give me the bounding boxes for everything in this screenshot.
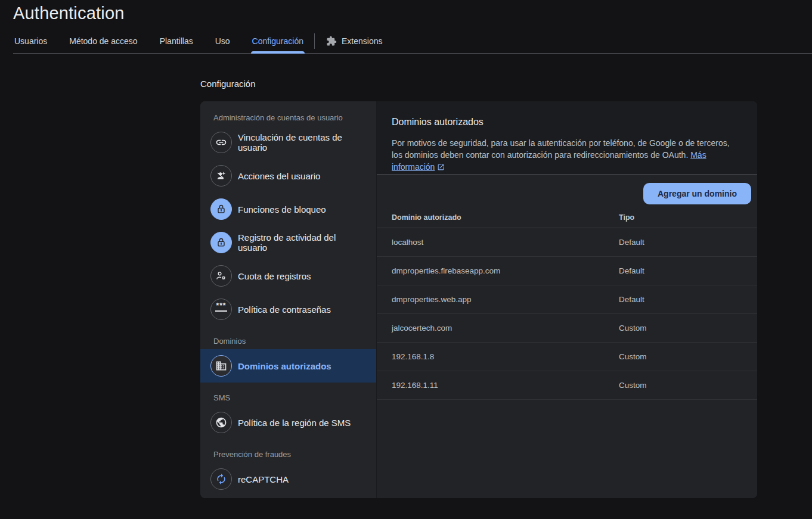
table-row: localhost Default bbox=[377, 228, 757, 257]
table-row: jalcocertech.com Custom bbox=[377, 314, 757, 343]
globe-icon bbox=[210, 412, 232, 433]
sidebar-item-registro-actividad[interactable]: Registro de actividad del usuario bbox=[200, 226, 376, 259]
lock-icon bbox=[210, 198, 232, 220]
tab-extensions-label: Extensions bbox=[342, 36, 382, 46]
panel-title: Dominios autorizados bbox=[392, 117, 742, 128]
tab-usuarios[interactable]: Usuarios bbox=[13, 29, 48, 53]
type-cell: Default bbox=[619, 238, 757, 247]
password-icon: *** bbox=[210, 299, 232, 320]
sidebar-item-funciones-bloqueo[interactable]: Funciones de bloqueo bbox=[200, 192, 376, 226]
link-icon bbox=[210, 132, 232, 153]
sidebar-item-vinculacion-cuentas[interactable]: Vinculación de cuentas de usuario bbox=[200, 126, 376, 159]
sidebar-item-politica-region-sms[interactable]: Política de la región de SMS bbox=[200, 406, 376, 439]
tab-configuracion[interactable]: Configuración bbox=[251, 29, 305, 53]
sidebar-item-label: Registro de actividad del usuario bbox=[238, 232, 367, 253]
table-row: dmproperties.firebaseapp.com Default bbox=[377, 257, 757, 285]
tab-plantillas[interactable]: Plantillas bbox=[159, 29, 194, 53]
panel-description-text: Por motivos de seguridad, para usar la a… bbox=[392, 138, 730, 160]
sidebar-item-acciones-usuario[interactable]: Acciones del usuario bbox=[200, 159, 376, 192]
sidebar-item-cuota-registros[interactable]: Cuota de registros bbox=[200, 259, 376, 293]
table-toolbar: Agregar un dominio bbox=[377, 175, 757, 207]
table-row: 192.168.1.8 Custom bbox=[377, 343, 757, 371]
sidebar-item-label: Funciones de bloqueo bbox=[238, 204, 326, 215]
column-header-domain: Dominio autorizado bbox=[377, 213, 619, 222]
type-cell: Default bbox=[619, 295, 757, 304]
domain-cell: dmproperties.web.app bbox=[377, 295, 619, 304]
sidebar-section-label: SMS bbox=[200, 393, 376, 402]
app-header: Authentication bbox=[0, 0, 812, 29]
domain-cell: 192.168.1.8 bbox=[377, 352, 619, 361]
person-actions-icon bbox=[210, 165, 232, 187]
manage-accounts-icon bbox=[210, 265, 232, 287]
domain-cell: dmproperties.firebaseapp.com bbox=[377, 266, 619, 275]
sidebar-item-recaptcha[interactable]: reCAPTCHA bbox=[200, 462, 376, 496]
tab-extensions[interactable]: Extensions bbox=[325, 29, 383, 53]
recaptcha-icon bbox=[210, 468, 232, 490]
open-in-new-icon bbox=[437, 163, 445, 171]
sidebar-item-dominios-autorizados[interactable]: Dominios autorizados bbox=[200, 349, 376, 383]
sidebar-section-label: Administración de cuentas de usuario bbox=[200, 113, 376, 122]
sidebar-item-politica-contrasenas[interactable]: *** Política de contraseñas bbox=[200, 293, 376, 326]
authorized-domains-panel: Dominios autorizados Por motivos de segu… bbox=[377, 101, 757, 498]
add-domain-button[interactable]: Agregar un dominio bbox=[643, 183, 751, 204]
section-heading: Configuración bbox=[200, 79, 256, 89]
panel-description: Por motivos de seguridad, para usar la a… bbox=[392, 137, 742, 173]
type-cell: Custom bbox=[619, 352, 757, 361]
lock-icon bbox=[210, 232, 232, 253]
tab-uso[interactable]: Uso bbox=[214, 29, 231, 53]
sidebar-item-label: Dominios autorizados bbox=[238, 361, 331, 371]
column-header-type: Tipo bbox=[619, 213, 757, 222]
sidebar-item-label: Vinculación de cuentas de usuario bbox=[238, 132, 367, 153]
type-cell: Custom bbox=[619, 324, 757, 332]
tab-metodo-de-acceso[interactable]: Método de acceso bbox=[68, 29, 138, 53]
sidebar-item-label: Cuota de registros bbox=[238, 271, 311, 281]
settings-card: Administración de cuentas de usuario Vin… bbox=[200, 101, 757, 498]
page-title: Authentication bbox=[13, 4, 812, 23]
sidebar-item-label: Política de contraseñas bbox=[238, 304, 331, 315]
panel-header: Dominios autorizados Por motivos de segu… bbox=[377, 101, 757, 175]
type-cell: Custom bbox=[619, 381, 757, 390]
table-row: 192.168.1.11 Custom bbox=[377, 371, 757, 400]
domain-building-icon bbox=[210, 355, 232, 377]
sidebar-item-label: Política de la región de SMS bbox=[238, 418, 351, 428]
domain-cell: 192.168.1.11 bbox=[377, 381, 619, 390]
sidebar-item-label: reCAPTCHA bbox=[238, 474, 289, 484]
type-cell: Default bbox=[619, 266, 757, 275]
domain-cell: localhost bbox=[377, 238, 619, 247]
table-header-row: Dominio autorizado Tipo bbox=[377, 207, 757, 228]
tab-separator bbox=[314, 33, 315, 49]
sidebar-item-label: Acciones del usuario bbox=[238, 171, 320, 181]
settings-sidebar: Administración de cuentas de usuario Vin… bbox=[200, 101, 377, 498]
domain-cell: jalcocertech.com bbox=[377, 324, 619, 332]
tab-bar: Usuarios Método de acceso Plantillas Uso… bbox=[13, 29, 812, 54]
puzzle-extension-icon bbox=[326, 36, 337, 46]
sidebar-section-label: Dominios bbox=[200, 337, 376, 346]
table-row: dmproperties.web.app Default bbox=[377, 285, 757, 314]
sidebar-section-label: Prevención de fraudes bbox=[200, 450, 376, 459]
